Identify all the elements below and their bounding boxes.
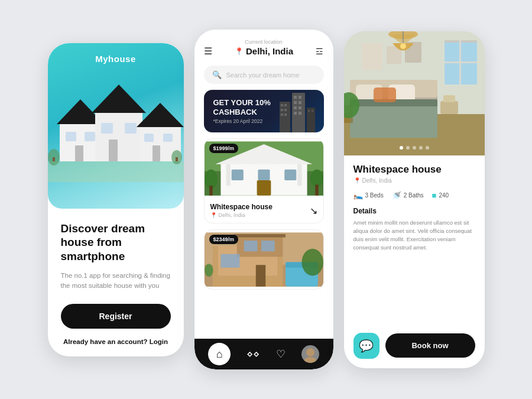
- svg-rect-25: [281, 113, 283, 116]
- svg-rect-31: [299, 101, 301, 104]
- svg-rect-13: [144, 134, 154, 142]
- search-placeholder: Search your dream home: [226, 72, 300, 79]
- property-specs: 🛌 3 Beds 🚿 2 Baths ■ 240: [353, 191, 475, 200]
- listing-1-name: Whitespace house: [210, 203, 273, 211]
- nav-heart-button[interactable]: ♡: [276, 348, 286, 361]
- book-now-button[interactable]: Book now: [385, 333, 475, 358]
- svg-rect-9: [125, 123, 137, 134]
- svg-rect-23: [281, 109, 283, 111]
- svg-rect-33: [299, 106, 301, 109]
- svg-rect-4: [85, 132, 95, 141]
- svg-rect-21: [281, 104, 283, 106]
- dot-5: [426, 146, 429, 150]
- phone-3: Whitespace house 📍 Delhi, India 🛌 3 Beds…: [344, 31, 485, 368]
- bedroom-svg: [344, 31, 485, 155]
- nav-profile-button[interactable]: [301, 345, 319, 363]
- svg-rect-59: [220, 254, 239, 268]
- svg-rect-48: [257, 180, 271, 196]
- svg-rect-83: [374, 87, 396, 102]
- svg-rect-14: [163, 134, 173, 142]
- login-link[interactable]: Login: [150, 338, 168, 345]
- svg-rect-10: [109, 140, 118, 161]
- svg-rect-88: [362, 43, 382, 70]
- listing-1-image: $1999/m: [205, 139, 323, 198]
- dot-4: [419, 146, 423, 150]
- location-pin-icon: 📍: [235, 47, 244, 56]
- listing-1-arrow: ↘: [310, 205, 317, 216]
- svg-rect-58: [234, 234, 286, 237]
- chat-button[interactable]: 💬: [353, 333, 379, 359]
- property-content: Whitespace house 📍 Delhi, India 🛌 3 Beds…: [344, 155, 485, 259]
- cashback-banner: GET YOUR 10% CASHBACK *Expires 20 April …: [204, 90, 324, 132]
- menu-icon[interactable]: ☰: [204, 47, 212, 56]
- app-title: Myhouse: [48, 54, 184, 64]
- svg-point-66: [205, 264, 213, 277]
- size-icon: ■: [432, 191, 437, 200]
- login-prompt: Already have an account? Login: [61, 338, 171, 345]
- phone2-header: Current location ☰ 📍 Delhi, India ☲: [194, 30, 333, 61]
- svg-rect-8: [101, 123, 113, 134]
- beds-spec: 🛌 3 Beds: [353, 191, 384, 200]
- svg-rect-35: [299, 112, 301, 115]
- svg-rect-43: [226, 164, 230, 186]
- svg-rect-26: [284, 113, 287, 116]
- svg-point-65: [301, 249, 323, 276]
- svg-rect-81: [350, 101, 437, 138]
- svg-rect-34: [294, 112, 297, 115]
- city-display: 📍 Delhi, India: [235, 46, 293, 56]
- svg-rect-0: [48, 161, 184, 182]
- svg-rect-57: [236, 235, 283, 257]
- svg-point-67: [306, 348, 314, 356]
- hero-image: Myhouse: [48, 43, 184, 209]
- dot-1: [400, 146, 403, 150]
- phone1-content: Discover dream house from smartphone The…: [48, 209, 184, 356]
- listing-2-price: $2349/m: [209, 235, 239, 244]
- svg-rect-24: [284, 109, 287, 111]
- svg-rect-37: [308, 110, 310, 112]
- baths-spec: 🚿 2 Baths: [392, 191, 424, 200]
- svg-rect-3: [66, 132, 76, 141]
- phone-2: Current location ☰ 📍 Delhi, India ☲ 🔍 Se…: [194, 30, 333, 369]
- svg-point-68: [304, 357, 317, 363]
- listing-1-location: 📍 Delhi, India: [210, 212, 273, 218]
- listing-1-price: $1999/m: [209, 144, 239, 153]
- svg-rect-28: [294, 96, 297, 99]
- nav-home-button[interactable]: ⌂: [208, 343, 231, 365]
- nav-grid-button[interactable]: ⋄⋄: [246, 348, 259, 361]
- house-scene-svg: [48, 43, 184, 209]
- location-row: ☰ 📍 Delhi, India ☲: [204, 46, 324, 56]
- location-pin-icon-3: 📍: [353, 177, 361, 184]
- svg-rect-61: [261, 241, 274, 251]
- listing-2-image: $2349/m: [205, 230, 323, 289]
- svg-rect-29: [299, 96, 301, 99]
- cashback-building-icon: [277, 90, 318, 132]
- details-text: Amet minim mollit non deserunt ullamco e…: [353, 219, 475, 252]
- svg-marker-12: [137, 103, 184, 127]
- location-label: Current location: [245, 39, 283, 45]
- phone-1: Myhouse: [48, 43, 184, 356]
- svg-rect-44: [297, 164, 301, 186]
- property-location: 📍 Delhi, India: [353, 177, 475, 184]
- avatar-svg: [301, 345, 319, 363]
- svg-rect-19: [176, 157, 178, 161]
- listing-1[interactable]: $1999/m Whitespace house 📍 Delhi, India …: [204, 138, 324, 223]
- location-pin-icon-1: 📍: [210, 212, 217, 218]
- svg-rect-64: [255, 265, 265, 287]
- listing-2[interactable]: $2349/m: [204, 229, 324, 290]
- bottom-navbar: ⌂ ⋄⋄ ♡: [194, 339, 333, 369]
- search-bar[interactable]: 🔍 Search your dream home: [204, 66, 324, 84]
- dot-3: [413, 146, 416, 150]
- svg-marker-7: [92, 85, 146, 113]
- property-title: Whitespace house: [353, 164, 475, 176]
- svg-rect-38: [312, 110, 313, 112]
- svg-rect-84: [440, 101, 458, 114]
- register-button[interactable]: Register: [61, 304, 171, 329]
- svg-rect-75: [445, 61, 477, 63]
- filter-icon[interactable]: ☲: [316, 47, 323, 56]
- svg-point-51: [310, 170, 323, 187]
- search-icon: 🔍: [212, 70, 222, 79]
- svg-rect-60: [244, 241, 257, 251]
- image-dots: [400, 146, 429, 150]
- property-footer: 💬 Book now: [344, 327, 485, 368]
- building-svg: [277, 90, 318, 132]
